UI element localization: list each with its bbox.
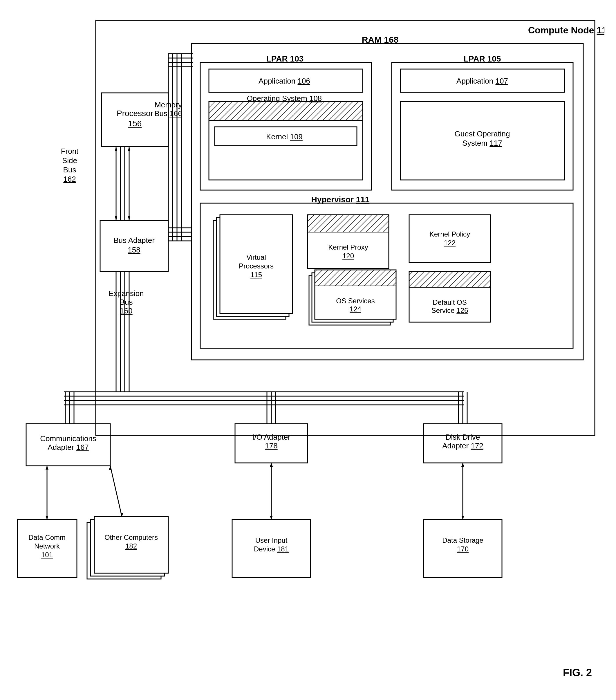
svg-rect-72 xyxy=(90,520,164,576)
svg-rect-4 xyxy=(209,102,363,180)
svg-rect-70 xyxy=(17,520,77,577)
svg-rect-58 xyxy=(26,424,110,466)
kproxy-label: Kernel Proxy xyxy=(328,243,368,251)
svg-rect-26 xyxy=(409,271,490,287)
svg-rect-12 xyxy=(200,203,573,348)
svg-marker-78 xyxy=(46,516,49,520)
svg-rect-25 xyxy=(409,271,490,322)
defos-label: Default OS xyxy=(432,298,467,306)
kernel109-label: Kernel 109 xyxy=(266,132,303,141)
svg-rect-71 xyxy=(87,522,161,579)
svg-rect-0 xyxy=(96,20,595,435)
svg-marker-87 xyxy=(461,516,464,520)
vp-label: Virtual xyxy=(246,253,266,261)
ioadapter-label: I/O Adapter xyxy=(252,433,290,441)
diskadapter-label: Disk Drive xyxy=(446,433,480,441)
app107-label: Application 107 xyxy=(456,77,508,85)
membus-label2: Bus 166 xyxy=(154,109,182,118)
commadapter-label2: Adapter 167 xyxy=(48,443,89,452)
svg-marker-35 xyxy=(128,147,130,151)
svg-rect-16 xyxy=(307,215,389,268)
kpolicy-ref: 122 xyxy=(444,239,455,247)
svg-rect-60 xyxy=(424,424,502,463)
svg-rect-10 xyxy=(400,69,564,92)
fsb-label2: Side xyxy=(62,156,77,165)
kproxy-ref: 120 xyxy=(342,252,354,260)
fsb-label3: Bus xyxy=(63,165,76,174)
os108-label: Operating System 108 xyxy=(247,94,322,103)
ioadapter-ref: 178 xyxy=(265,441,277,450)
fsb-ref: 162 xyxy=(63,175,76,184)
svg-rect-74 xyxy=(232,520,311,577)
svg-rect-1 xyxy=(191,43,583,360)
fsb-label: Front xyxy=(61,147,79,155)
diskadapter-label2: Adapter 172 xyxy=(442,441,483,450)
svg-marker-83 xyxy=(270,463,273,467)
expbus-ref: 160 xyxy=(120,307,132,315)
svg-marker-84 xyxy=(270,516,273,520)
svg-rect-6 xyxy=(209,102,363,121)
svg-rect-22 xyxy=(315,270,396,319)
datastorage-label: Data Storage xyxy=(442,536,483,544)
svg-rect-21 xyxy=(312,273,393,322)
vp-label2: Processors xyxy=(239,262,274,270)
svg-rect-8 xyxy=(215,127,357,146)
datacomm-label: Data Comm xyxy=(28,534,66,541)
svg-rect-28 xyxy=(102,93,168,147)
othercomp-label: Other Computers xyxy=(104,534,158,541)
expbus-label2: Bus xyxy=(120,298,133,307)
svg-marker-80 xyxy=(109,466,112,470)
svg-marker-37 xyxy=(128,216,130,221)
othercomp-ref: 182 xyxy=(125,542,137,550)
ossvc-ref: 124 xyxy=(350,305,361,313)
membus-label: Memory xyxy=(155,100,182,109)
fig-label: FIG. 2 xyxy=(563,667,592,678)
app106-label: Application 106 xyxy=(259,77,310,85)
svg-rect-59 xyxy=(235,424,307,463)
userinput-label: User Input xyxy=(255,536,288,544)
svg-rect-3 xyxy=(209,69,363,92)
datacomm-ref: 101 xyxy=(41,551,53,559)
lpar105-label: LPAR 105 xyxy=(464,54,501,63)
busadapter-label: Bus Adapter xyxy=(113,236,155,245)
svg-rect-11 xyxy=(400,102,564,180)
expbus-label: Expansion xyxy=(109,289,143,298)
svg-rect-2 xyxy=(200,62,372,190)
svg-rect-13 xyxy=(213,221,286,319)
ossvc-label: OS Services xyxy=(336,297,375,305)
svg-rect-17 xyxy=(307,215,389,232)
svg-rect-14 xyxy=(216,218,289,316)
svg-rect-23 xyxy=(315,270,396,286)
kpolicy-label: Kernel Policy xyxy=(429,230,470,238)
busadapter-ref: 158 xyxy=(128,246,140,254)
datastorage-ref: 170 xyxy=(457,545,469,553)
lpar103-label: LPAR 103 xyxy=(266,54,304,63)
compute-node-label: Compute Node 110 xyxy=(528,25,604,35)
svg-marker-34 xyxy=(115,147,117,151)
vp-ref: 115 xyxy=(250,271,262,279)
svg-rect-75 xyxy=(424,520,502,577)
guestos-label: Guest Operating xyxy=(455,129,510,138)
svg-rect-9 xyxy=(392,62,573,190)
ram-label: RAM 168 xyxy=(362,35,399,45)
svg-rect-19 xyxy=(409,215,490,263)
processor-ref: 156 xyxy=(128,119,142,128)
svg-marker-81 xyxy=(121,513,123,516)
userinput-label2: Device 181 xyxy=(254,545,289,553)
svg-line-79 xyxy=(110,466,122,516)
datacomm-label2: Network xyxy=(34,542,60,550)
defos-label2: Service 126 xyxy=(431,307,468,314)
svg-marker-77 xyxy=(46,466,49,470)
svg-rect-73 xyxy=(94,516,168,573)
hypervisor-label: Hypervisor 111 xyxy=(311,195,370,204)
svg-rect-29 xyxy=(100,221,168,271)
processor-label: Processor xyxy=(117,109,153,118)
svg-rect-20 xyxy=(309,276,390,325)
commadapter-label: Communications xyxy=(40,434,96,443)
guestos-label2: System 117 xyxy=(462,139,502,147)
svg-rect-15 xyxy=(220,215,292,313)
svg-marker-36 xyxy=(115,216,117,221)
svg-marker-86 xyxy=(461,463,464,467)
